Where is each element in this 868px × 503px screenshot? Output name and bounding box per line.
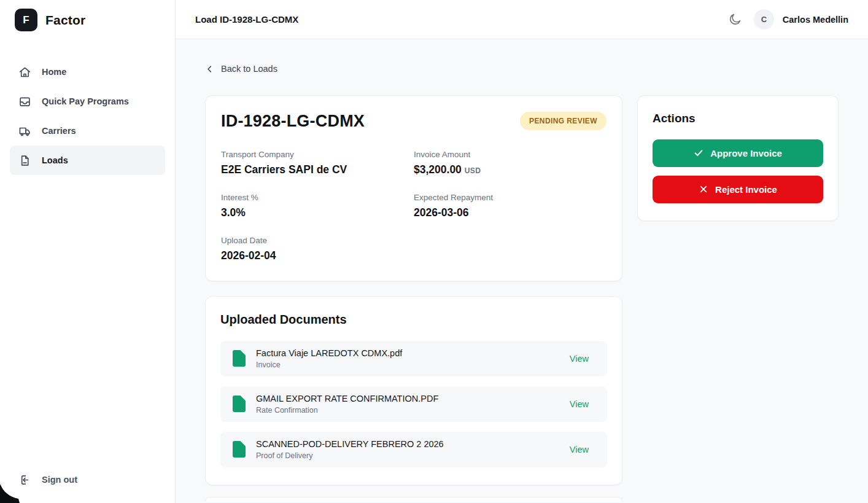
brand-logo: F (15, 9, 37, 31)
document-type: Invoice (256, 361, 402, 369)
view-document-button[interactable]: View (561, 351, 597, 366)
main-panel: Load ID-1928-LG-CDMX C Carlos Medellin B… (176, 0, 868, 503)
uploaded-documents-card: Uploaded Documents Factura Viaje LAREDOT… (205, 296, 622, 485)
status-badge: PENDING REVIEW (520, 112, 606, 130)
sidebar-item-label: Carriers (42, 126, 76, 136)
file-icon (233, 350, 246, 367)
view-document-button[interactable]: View (561, 442, 597, 457)
field-label: Invoice Amount (414, 150, 606, 159)
reject-label: Reject Invoice (715, 184, 777, 195)
documents-title: Uploaded Documents (220, 313, 607, 327)
field-value: $3,200.00USD (414, 163, 606, 176)
view-document-button[interactable]: View (561, 397, 597, 411)
approve-invoice-button[interactable]: Approve Invoice (653, 139, 823, 167)
field-upload-date: Upload Date 2026-02-04 (221, 236, 414, 262)
field-label: Interest % (221, 193, 414, 202)
brand-logo-letter: F (23, 14, 29, 26)
sidebar-item-label: Quick Pay Programs (42, 96, 129, 106)
moon-icon (728, 12, 742, 26)
document-type: Proof of Delivery (256, 451, 444, 460)
document-name: GMAIL EXPORT RATE CONFIRMATION.PDF (256, 394, 438, 404)
field-transport-company: Transport Company E2E Carriers SAPI de C… (221, 150, 414, 176)
field-value: 2026-03-06 (414, 206, 606, 219)
topbar: Load ID-1928-LG-CDMX C Carlos Medellin (176, 0, 868, 39)
document-row-proof-of-delivery: SCANNED-POD-DELIVERY FEBRERO 2 2026 Proo… (220, 432, 607, 467)
field-value: 3.0% (221, 206, 414, 219)
sign-out-icon (18, 474, 31, 486)
field-label: Transport Company (221, 150, 414, 159)
dark-mode-toggle[interactable] (726, 10, 745, 29)
field-value: E2E Carriers SAPI de CV (221, 163, 414, 176)
document-name: Factura Viaje LAREDOTX CDMX.pdf (256, 348, 402, 358)
document-row-invoice: Factura Viaje LAREDOTX CDMX.pdf Invoice … (220, 341, 607, 376)
chevron-left-icon (205, 64, 214, 74)
document-icon (18, 154, 31, 167)
sidebar-item-carriers[interactable]: Carriers (10, 116, 165, 146)
document-name: SCANNED-POD-DELIVERY FEBRERO 2 2026 (256, 439, 444, 449)
field-label: Upload Date (221, 236, 414, 245)
actions-card: Actions Approve Invoice Reje (637, 95, 839, 221)
home-icon (18, 66, 31, 79)
back-link-label: Back to Loads (221, 64, 277, 74)
inbox-icon (18, 95, 31, 108)
sign-out-button[interactable]: Sign out (10, 465, 165, 494)
sidebar-item-label: Loads (42, 155, 68, 165)
field-invoice-amount: Invoice Amount $3,200.00USD (414, 150, 606, 176)
file-icon (233, 396, 246, 412)
invoice-amount: $3,200.00 (414, 163, 462, 176)
sidebar-item-label: Home (42, 67, 66, 77)
user-name: Carlos Medellin (783, 15, 848, 25)
truck-icon (18, 125, 31, 138)
sidebar-item-home[interactable]: Home (10, 57, 165, 87)
avatar: C (754, 9, 774, 29)
page-title: Load ID-1928-LG-CDMX (195, 14, 298, 25)
actions-title: Actions (653, 112, 823, 125)
load-fields: Transport Company E2E Carriers SAPI de C… (221, 150, 606, 262)
sign-out-label: Sign out (42, 475, 77, 485)
x-icon (699, 184, 708, 194)
content: Back to Loads ID-1928-LG-CDMX PENDING RE… (176, 39, 868, 503)
field-value: 2026-02-04 (221, 249, 414, 262)
approve-label: Approve Invoice (710, 148, 782, 158)
document-row-rate-confirmation: GMAIL EXPORT RATE CONFIRMATION.PDF Rate … (220, 386, 607, 422)
sidebar-nav: Home Quick Pay Programs Carriers Loads (0, 57, 175, 175)
currency-suffix: USD (465, 166, 481, 175)
field-interest-percent: Interest % 3.0% (221, 193, 414, 219)
load-details-card: ID-1928-LG-CDMX PENDING REVIEW Transport… (205, 95, 622, 281)
avatar-initial: C (761, 15, 767, 24)
next-card-partial (205, 497, 622, 502)
document-type: Rate Confirmation (256, 406, 438, 415)
topbar-actions: C Carlos Medellin (726, 9, 848, 29)
brand-name: Factor (45, 13, 85, 28)
check-icon (694, 148, 703, 158)
sidebar: F Factor Home Quick Pay Programs Carrier… (0, 0, 176, 503)
sidebar-footer: Sign out (0, 465, 175, 494)
load-id-title: ID-1928-LG-CDMX (221, 112, 365, 131)
reject-invoice-button[interactable]: Reject Invoice (653, 176, 823, 203)
field-expected-repayment: Expected Repayment 2026-03-06 (414, 193, 606, 219)
brand: F Factor (0, 0, 175, 40)
sidebar-item-loads[interactable]: Loads (10, 146, 165, 175)
user-menu[interactable]: C Carlos Medellin (754, 9, 848, 29)
document-list: Factura Viaje LAREDOTX CDMX.pdf Invoice … (220, 341, 607, 467)
back-to-loads-link[interactable]: Back to Loads (205, 64, 277, 74)
sidebar-item-quick-pay-programs[interactable]: Quick Pay Programs (10, 87, 165, 116)
file-icon (233, 441, 246, 458)
field-label: Expected Repayment (414, 193, 606, 202)
